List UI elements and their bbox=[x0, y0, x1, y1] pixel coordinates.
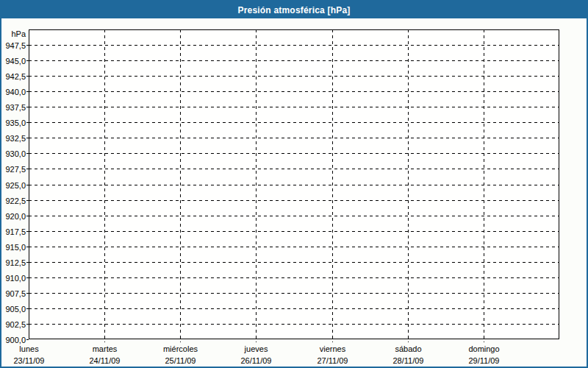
x-date-label: 26/11/09 bbox=[240, 356, 271, 365]
chart-title: Presión atmosférica [hPa] bbox=[237, 5, 350, 15]
y-tick-label: 930,0 bbox=[5, 149, 26, 158]
chart-title-bar: Presión atmosférica [hPa] bbox=[1, 1, 587, 18]
x-date-label: 29/11/09 bbox=[468, 356, 499, 365]
y-tick-label: 917,5 bbox=[5, 227, 26, 236]
x-day-label: domingo bbox=[468, 344, 499, 353]
y-tick-label: 905,0 bbox=[5, 305, 26, 314]
x-date-label: 27/11/09 bbox=[317, 356, 348, 365]
y-tick-label: 925,0 bbox=[5, 181, 26, 190]
y-tick-label: 922,5 bbox=[5, 197, 26, 205]
y-tick-label: 940,0 bbox=[5, 88, 26, 96]
x-day-label: sábado bbox=[395, 344, 421, 353]
y-tick-label: 907,5 bbox=[5, 289, 26, 298]
x-date-label: 23/11/09 bbox=[13, 356, 44, 365]
y-tick-label: 910,0 bbox=[5, 274, 26, 283]
y-tick-label: 935,0 bbox=[5, 118, 26, 127]
y-tick-label: 947,5 bbox=[5, 41, 26, 50]
y-tick-label: 945,0 bbox=[5, 57, 26, 66]
pressure-chart-window: Presión atmosférica [hPa] 900,0902,5905,… bbox=[0, 0, 588, 368]
pressure-chart: 900,0902,5905,0907,5910,0912,5915,0917,5… bbox=[1, 18, 587, 367]
y-tick-label: 932,5 bbox=[5, 134, 26, 143]
y-tick-label: 915,0 bbox=[5, 243, 26, 252]
y-tick-label: 937,5 bbox=[5, 103, 26, 112]
y-axis-unit-label: hPa bbox=[11, 29, 26, 38]
y-tick-label: 920,0 bbox=[5, 212, 26, 221]
x-date-label: 25/11/09 bbox=[165, 356, 196, 365]
x-date-label: 24/11/09 bbox=[89, 356, 120, 365]
x-day-label: jueves bbox=[244, 344, 268, 353]
x-day-label: martes bbox=[93, 344, 118, 353]
y-tick-label: 902,5 bbox=[5, 320, 26, 329]
x-day-label: lunes bbox=[19, 344, 39, 353]
x-day-label: viernes bbox=[320, 344, 346, 353]
y-tick-label: 942,5 bbox=[5, 72, 26, 81]
x-day-label: miércoles bbox=[163, 344, 198, 353]
x-date-label: 28/11/09 bbox=[392, 356, 423, 365]
y-tick-label: 900,0 bbox=[5, 336, 26, 344]
y-tick-label: 927,5 bbox=[5, 165, 26, 174]
y-tick-label: 912,5 bbox=[5, 258, 26, 267]
